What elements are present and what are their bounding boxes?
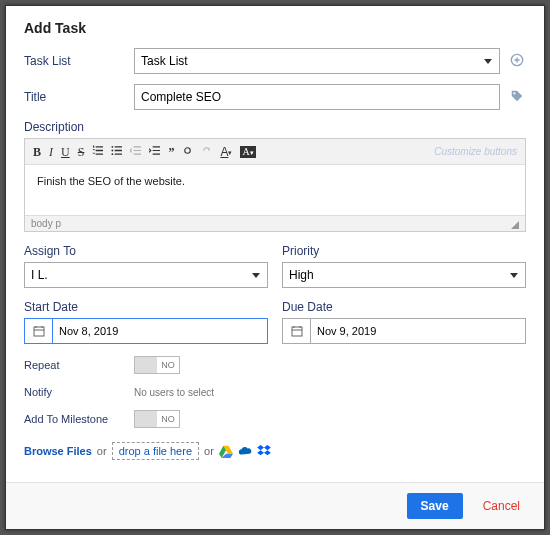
- repeat-toggle[interactable]: NO: [134, 356, 180, 374]
- title-input[interactable]: [134, 84, 500, 110]
- ordered-list-icon[interactable]: [92, 145, 103, 158]
- priority-select[interactable]: High: [282, 262, 526, 288]
- due-date-input[interactable]: [310, 318, 526, 344]
- start-date-label: Start Date: [24, 300, 268, 314]
- description-label: Description: [24, 120, 526, 134]
- modal-title: Add Task: [24, 20, 526, 36]
- editor-toolbar: B I U S ” A▾ A▾ Customize buttons: [25, 139, 525, 165]
- outdent-icon[interactable]: [130, 145, 141, 158]
- add-task-list-icon[interactable]: [508, 53, 526, 70]
- tag-icon[interactable]: [508, 89, 526, 106]
- svg-point-2: [112, 146, 114, 148]
- start-date-input[interactable]: [52, 318, 268, 344]
- blockquote-icon[interactable]: ”: [168, 146, 174, 158]
- assign-to-select[interactable]: I L.: [24, 262, 268, 288]
- add-task-modal: Add Task Task List Task List Title Descr…: [5, 5, 545, 530]
- strike-icon[interactable]: S: [78, 146, 85, 158]
- calendar-icon[interactable]: [24, 318, 52, 344]
- svg-point-1: [513, 92, 515, 94]
- svg-rect-5: [34, 327, 44, 336]
- priority-label: Priority: [282, 244, 526, 258]
- notify-label: Notify: [24, 386, 134, 398]
- milestone-toggle[interactable]: NO: [134, 410, 180, 428]
- google-drive-icon[interactable]: [219, 444, 233, 458]
- dropbox-icon[interactable]: [257, 444, 271, 458]
- save-button[interactable]: Save: [407, 493, 463, 519]
- svg-rect-6: [292, 327, 302, 336]
- cancel-button[interactable]: Cancel: [477, 498, 526, 514]
- svg-point-3: [112, 150, 114, 152]
- text-color-icon[interactable]: A▾: [220, 146, 232, 158]
- task-list-label: Task List: [24, 54, 134, 68]
- bold-icon[interactable]: B: [33, 146, 41, 158]
- onedrive-icon[interactable]: [238, 444, 252, 458]
- notify-text: No users to select: [134, 387, 214, 398]
- unlink-icon[interactable]: [201, 145, 212, 158]
- customize-buttons-link[interactable]: Customize buttons: [434, 146, 517, 157]
- svg-point-4: [112, 153, 114, 155]
- description-input[interactable]: Finish the SEO of the website.: [25, 165, 525, 215]
- resize-grip-icon[interactable]: [511, 221, 519, 229]
- link-icon[interactable]: [182, 145, 193, 158]
- bg-color-icon[interactable]: A▾: [240, 146, 255, 158]
- title-label: Title: [24, 90, 134, 104]
- unordered-list-icon[interactable]: [111, 145, 122, 158]
- calendar-icon[interactable]: [282, 318, 310, 344]
- italic-icon[interactable]: I: [49, 146, 53, 158]
- browse-files-link[interactable]: Browse Files: [24, 445, 92, 457]
- underline-icon[interactable]: U: [61, 146, 70, 158]
- indent-icon[interactable]: [149, 145, 160, 158]
- editor-breadcrumb: body p: [31, 218, 61, 229]
- due-date-label: Due Date: [282, 300, 526, 314]
- repeat-label: Repeat: [24, 359, 134, 371]
- task-list-select[interactable]: Task List: [134, 48, 500, 74]
- file-upload-row: Browse Files or drop a file here or: [24, 442, 526, 460]
- milestone-label: Add To Milestone: [24, 413, 134, 425]
- assign-to-label: Assign To: [24, 244, 268, 258]
- modal-footer: Save Cancel: [6, 482, 544, 529]
- rich-text-editor: B I U S ” A▾ A▾ Customize buttons Finish…: [24, 138, 526, 232]
- drop-file-area[interactable]: drop a file here: [112, 442, 199, 460]
